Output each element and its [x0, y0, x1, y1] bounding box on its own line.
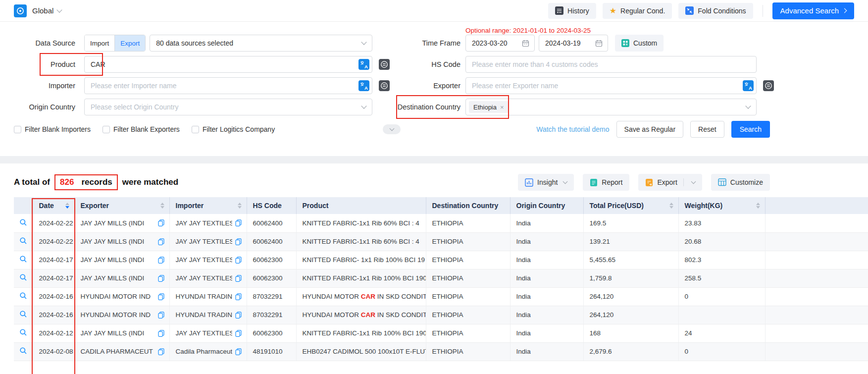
row-detail-cell[interactable] — [14, 342, 33, 361]
regular-cond-button[interactable]: ★ Regular Cond. — [603, 3, 672, 19]
copy-icon[interactable] — [158, 330, 164, 337]
exporter-input[interactable] — [465, 77, 757, 94]
magnifier-icon[interactable] — [19, 275, 27, 283]
magnifier-icon[interactable] — [19, 239, 27, 246]
copy-icon[interactable] — [158, 238, 164, 245]
report-button[interactable]: Report — [583, 174, 629, 191]
region-selector-label[interactable]: Global — [32, 6, 53, 15]
copy-icon[interactable] — [235, 348, 242, 355]
custom-range-button[interactable]: Custom — [615, 35, 664, 52]
row-detail-cell[interactable] — [14, 287, 33, 306]
table-header-total-price[interactable]: Total Price(USD) — [583, 197, 678, 214]
table-header-weight[interactable]: Weight(KG) — [678, 197, 765, 214]
date-to-value: 2024-03-19 — [545, 39, 581, 47]
divider — [763, 5, 763, 17]
sort-icon[interactable] — [65, 203, 69, 209]
remove-tag-icon[interactable]: × — [500, 104, 504, 111]
origin-cell: India — [510, 269, 583, 287]
sort-icon[interactable] — [160, 203, 164, 209]
exporter-cell: JAY JAY MILLS (INDI — [74, 324, 169, 342]
copy-icon[interactable] — [235, 257, 242, 264]
copy-icon[interactable] — [158, 257, 164, 264]
calendar-icon[interactable] — [595, 40, 603, 47]
copy-icon[interactable] — [158, 348, 164, 355]
table-header-exporter[interactable]: Exporter — [74, 197, 169, 214]
copy-icon[interactable] — [235, 275, 242, 282]
origin-country-placeholder: Please select Origin Country — [91, 103, 178, 111]
translate-icon[interactable]: A — [743, 80, 754, 91]
destination-country-dropdown[interactable]: Ethiopia × — [465, 99, 757, 115]
chevron-down-icon — [361, 39, 366, 45]
search-button[interactable]: Search — [731, 121, 770, 138]
date-to-input[interactable]: 2024-03-19 — [539, 35, 608, 52]
fold-icon — [685, 6, 694, 15]
star-icon: ★ — [610, 7, 616, 15]
filter-blank-exporters-checkbox[interactable]: Filter Blank Exporters — [102, 125, 180, 133]
filler-cell — [765, 269, 868, 287]
total-price-cell: 2,679.6 — [583, 342, 678, 361]
history-button[interactable]: History — [548, 3, 596, 19]
tutorial-demo-link[interactable]: Watch the tutorial demo — [536, 125, 609, 133]
fold-conditions-button[interactable]: Fold Conditions — [678, 3, 753, 19]
insight-button[interactable]: Insight — [518, 174, 574, 191]
magnifier-icon[interactable] — [19, 257, 27, 265]
collapse-form-button[interactable] — [383, 124, 401, 134]
weight-cell: 0 — [678, 287, 765, 306]
sort-icon[interactable] — [238, 203, 242, 209]
row-detail-cell[interactable] — [14, 306, 33, 324]
copy-icon[interactable] — [235, 219, 242, 226]
row-countries: Origin Country Please select Origin Coun… — [14, 99, 854, 115]
row-detail-cell[interactable] — [14, 232, 33, 251]
table-row: 2024-02-16HYUNDAI MOTOR INDHYUNDAI TRADI… — [14, 306, 868, 324]
hs-code-input[interactable] — [465, 56, 757, 73]
export-toggle-button[interactable]: Export — [115, 35, 145, 51]
importer-input[interactable] — [84, 77, 372, 94]
chevron-down-icon[interactable] — [57, 7, 62, 12]
magnifier-icon[interactable] — [19, 220, 27, 228]
exclude-filter-icon[interactable] — [763, 80, 774, 91]
results-table-wrap: Date Exporter Importer HS Code Product D… — [0, 197, 868, 361]
import-toggle-button[interactable]: Import — [85, 35, 115, 51]
row-detail-cell[interactable] — [14, 324, 33, 342]
magnifier-icon[interactable] — [19, 349, 27, 356]
data-sources-dropdown[interactable]: 80 data sources selected — [150, 35, 372, 52]
filter-logitics-company-checkbox[interactable]: Filter Logitics Company — [192, 125, 275, 133]
save-as-regular-button[interactable]: Save as Regular — [616, 121, 684, 138]
table-header-date[interactable]: Date — [33, 197, 74, 214]
calendar-icon[interactable] — [522, 40, 529, 47]
destination-country-tag[interactable]: Ethiopia × — [469, 101, 509, 113]
export-button[interactable]: Export — [638, 174, 702, 191]
copy-icon[interactable] — [158, 293, 164, 300]
copy-icon[interactable] — [158, 275, 164, 282]
magnifier-icon[interactable] — [19, 330, 27, 338]
export-label: Export — [657, 178, 677, 186]
customize-button[interactable]: Customize — [711, 174, 770, 191]
row-detail-cell[interactable] — [14, 269, 33, 287]
filler-cell — [765, 306, 868, 324]
table-header-importer[interactable]: Importer — [169, 197, 247, 214]
exclude-filter-icon[interactable] — [379, 80, 390, 91]
copy-icon[interactable] — [235, 312, 242, 319]
copy-icon[interactable] — [235, 293, 242, 300]
sort-icon[interactable] — [669, 203, 673, 209]
reset-button[interactable]: Reset — [690, 121, 724, 138]
date-from-input[interactable]: 2023-03-20 — [465, 35, 535, 52]
chevron-down-icon[interactable] — [691, 179, 696, 184]
filter-blank-importers-checkbox[interactable]: Filter Blank Importers — [14, 125, 91, 133]
advanced-search-button[interactable]: Advanced Search — [772, 2, 854, 19]
exclude-filter-icon[interactable] — [379, 59, 390, 70]
total-price-cell: 169.5 — [583, 214, 678, 232]
origin-country-dropdown[interactable]: Please select Origin Country — [84, 99, 372, 115]
row-detail-cell[interactable] — [14, 251, 33, 269]
copy-icon[interactable] — [235, 330, 242, 337]
translate-icon[interactable]: A — [358, 80, 369, 91]
magnifier-icon[interactable] — [19, 312, 27, 320]
translate-icon[interactable]: A — [358, 59, 369, 70]
copy-icon[interactable] — [235, 238, 242, 245]
product-input[interactable] — [84, 56, 372, 73]
sort-icon[interactable] — [756, 203, 760, 209]
copy-icon[interactable] — [158, 312, 164, 319]
row-detail-cell[interactable] — [14, 214, 33, 232]
magnifier-icon[interactable] — [19, 294, 27, 301]
copy-icon[interactable] — [158, 219, 164, 226]
